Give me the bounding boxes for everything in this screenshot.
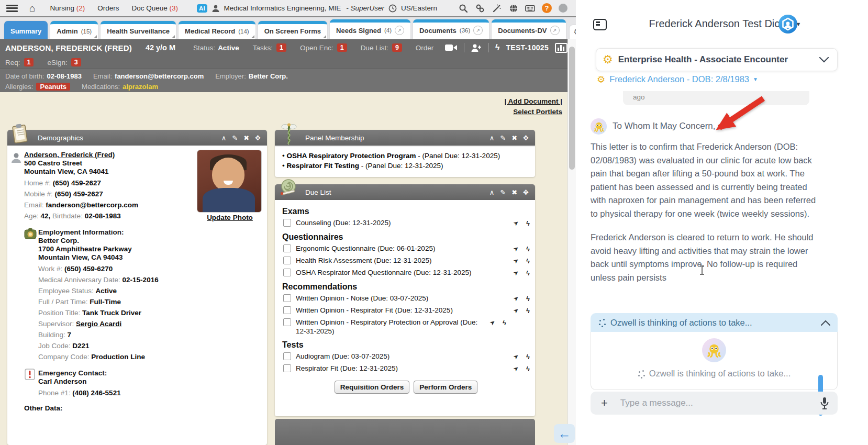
send-order-icon[interactable]: ➤	[511, 218, 521, 229]
collapse-icon[interactable]: ∧	[489, 135, 495, 141]
checkbox[interactable]	[283, 244, 291, 252]
panel-membership-header[interactable]: Panel Membership ∧ ✎ ✖ ✥	[275, 130, 535, 146]
send-order-icon[interactable]: ➤	[511, 306, 521, 316]
checkbox[interactable]	[283, 257, 291, 264]
external-link-icon[interactable]: ↗	[473, 26, 483, 35]
update-photo-link[interactable]: Update Photo	[198, 214, 262, 221]
edit-icon[interactable]: ✎	[500, 189, 506, 196]
status-dot-icon[interactable]	[559, 4, 567, 13]
search-icon[interactable]	[458, 3, 468, 13]
checkbox[interactable]	[283, 269, 291, 276]
employee-status: Active	[96, 287, 117, 295]
quick-order-icon[interactable]: ϟ	[526, 257, 530, 265]
nav-orders[interactable]: Orders	[97, 4, 119, 12]
tab-health-surveillance[interactable]: Health Surveillance	[101, 21, 176, 39]
tab-documents[interactable]: Documents(36)↗	[413, 19, 489, 39]
link-icon[interactable]	[475, 3, 485, 13]
due-list-header[interactable]: Due List ∧ ✎ ✖ ✥	[275, 184, 535, 200]
quick-order-icon[interactable]: ϟ	[526, 244, 530, 253]
checkbox[interactable]	[283, 364, 291, 372]
chevron-up-icon[interactable]	[821, 320, 830, 326]
demographics-header[interactable]: Demographics ∧ ✎ ✖ ✥	[7, 130, 267, 146]
add-document-link[interactable]: | Add Document |	[504, 97, 562, 105]
quick-order-icon[interactable]: ϟ	[526, 294, 530, 303]
attach-plus-icon[interactable]: +	[601, 397, 608, 409]
tab-documents-dv[interactable]: Documents-DV↗	[492, 19, 565, 39]
req-count-badge[interactable]: 1	[24, 58, 34, 66]
tab-medical-record[interactable]: Medical Record(14)	[179, 21, 255, 39]
checkbox[interactable]	[283, 306, 291, 314]
video-call-icon[interactable]	[445, 43, 458, 52]
close-icon[interactable]: ✖	[511, 135, 517, 141]
wand-icon[interactable]	[492, 3, 502, 13]
edit-icon[interactable]: ✎	[232, 135, 238, 141]
supervisor-link[interactable]: Sergio Acardi	[76, 320, 121, 328]
home-icon[interactable]: ⌂	[29, 3, 35, 13]
quick-order-icon[interactable]: ϟ	[526, 306, 530, 315]
tasks-count-badge[interactable]: 1	[276, 43, 286, 52]
nav-doc-queue[interactable]: Doc Queue (3)	[132, 4, 179, 12]
due-list-count-badge[interactable]: 9	[392, 43, 402, 52]
move-icon[interactable]: ✥	[255, 135, 261, 141]
tab-on-screen-forms[interactable]: On Screen Forms	[258, 21, 327, 39]
app-scrollbar[interactable]	[567, 39, 576, 445]
send-order-icon[interactable]: ➤	[511, 364, 521, 374]
medication-link[interactable]: alprazolam	[123, 83, 158, 91]
esign-count-badge[interactable]: 3	[71, 58, 81, 66]
ozwell-logo[interactable]	[778, 14, 798, 34]
checkbox[interactable]	[283, 294, 291, 302]
quick-order-icon[interactable]: ϟ	[526, 364, 530, 373]
collapse-icon[interactable]: ∧	[489, 189, 495, 196]
requisition-orders-button[interactable]: Requisition Orders	[335, 381, 410, 394]
checkbox[interactable]	[283, 318, 291, 326]
send-order-icon[interactable]: ➤	[511, 352, 521, 362]
allergy-badge[interactable]: Peanuts	[36, 83, 70, 91]
perform-orders-button[interactable]: Perform Orders	[414, 381, 477, 394]
chat-title-dropdown[interactable]: Frederick Anderson Test Dict...▼	[607, 18, 843, 30]
help-icon[interactable]: ?	[542, 3, 552, 13]
external-link-icon[interactable]: ↗	[550, 26, 560, 35]
checkbox[interactable]	[283, 219, 291, 227]
collapse-icon[interactable]: ∧	[221, 135, 227, 141]
globe-icon[interactable]	[508, 3, 518, 13]
microphone-icon[interactable]	[820, 397, 829, 410]
nav-nursing[interactable]: Nursing (2)	[50, 4, 85, 12]
send-order-icon[interactable]: ➤	[511, 268, 521, 279]
quick-action-icon[interactable]: ϟ	[495, 43, 499, 52]
open-enc-count-badge[interactable]: 1	[337, 43, 347, 52]
tab-summary[interactable]: Summary	[4, 21, 48, 39]
quick-order-icon[interactable]: ϟ	[526, 269, 530, 277]
select-portlets-link[interactable]: Select Portlets	[504, 108, 562, 116]
tab-admin[interactable]: Admin(15)	[50, 21, 98, 39]
add-person-icon[interactable]	[471, 43, 482, 52]
keyboard-icon[interactable]	[525, 3, 535, 13]
hamburger-menu-icon[interactable]	[6, 5, 18, 12]
quick-order-icon[interactable]: ϟ	[503, 318, 506, 327]
patient-context-link[interactable]: ⚙ Frederick Anderson - DOB: 2/8/1983 ▼	[597, 74, 758, 84]
quick-order-icon[interactable]: ϟ	[526, 352, 530, 361]
encounter-context-card[interactable]: ⚙ Enterprise Health - Associate Encounte…	[596, 48, 838, 71]
send-order-icon[interactable]: ➤	[511, 294, 521, 304]
external-link-icon[interactable]: ↗	[395, 26, 404, 35]
flowsheet-chart-icon[interactable]	[555, 43, 567, 53]
thinking-header[interactable]: Ozwell is thinking of actions to take...	[591, 313, 838, 332]
message-input[interactable]	[619, 397, 820, 409]
scrollbar-thumb[interactable]	[569, 47, 575, 170]
ai-badge[interactable]: AI	[197, 4, 207, 13]
edit-icon[interactable]: ✎	[500, 135, 506, 141]
order-link[interactable]: Order	[416, 44, 434, 52]
chevron-down-icon[interactable]	[819, 57, 829, 63]
checkbox[interactable]	[283, 352, 291, 360]
collapse-panel-button[interactable]: ←	[554, 424, 575, 443]
send-order-icon[interactable]: ➤	[511, 244, 521, 254]
clock-icon[interactable]	[388, 4, 397, 13]
send-order-icon[interactable]: ➤	[488, 318, 497, 328]
send-order-icon[interactable]: ➤	[511, 256, 521, 266]
move-icon[interactable]: ✥	[523, 189, 529, 196]
close-icon[interactable]: ✖	[511, 189, 517, 196]
close-icon[interactable]: ✖	[243, 135, 249, 141]
quick-order-icon[interactable]: ϟ	[526, 219, 530, 228]
sidebar-toggle-icon[interactable]	[593, 19, 607, 30]
tab-needs-signed[interactable]: Needs Signed(4)↗	[330, 19, 410, 39]
move-icon[interactable]: ✥	[523, 135, 529, 141]
